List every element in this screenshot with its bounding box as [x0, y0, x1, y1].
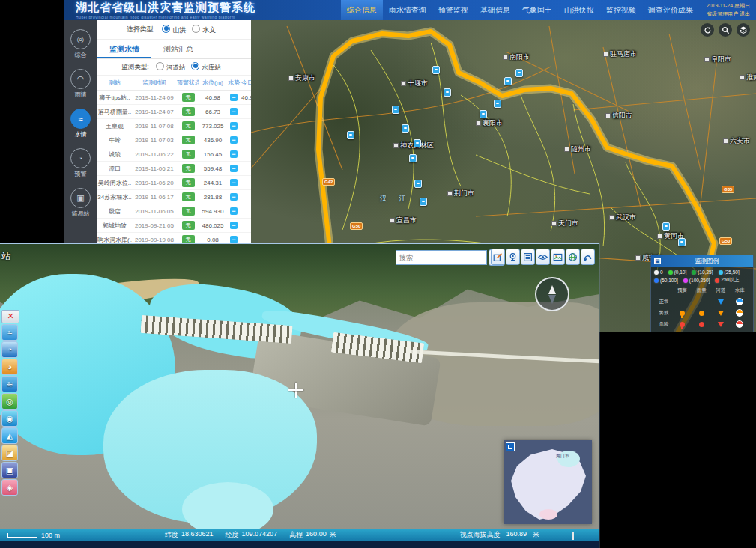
- legend-title: 监测图例: [664, 257, 750, 265]
- river-label: 汉 江: [380, 194, 411, 204]
- tab-1[interactable]: 监测水情: [97, 40, 151, 58]
- status-badge: 无: [182, 121, 195, 130]
- water-station-marker[interactable]: [414, 139, 421, 147]
- flood-render-button[interactable]: ≈: [1, 324, 18, 341]
- water-level: 46.98: [199, 91, 226, 105]
- scene-3d[interactable]: 站 ✕≈◔◕≋◎◉◭◪▣◈ 海口市: [0, 244, 599, 529]
- annotate-button[interactable]: [491, 249, 505, 265]
- inset-collapse-icon[interactable]: [506, 442, 515, 451]
- back-button[interactable]: [581, 249, 595, 265]
- col-header-4: 水位(m): [199, 76, 226, 91]
- type-radio[interactable]: [162, 25, 170, 33]
- map-scale: 100 m: [7, 532, 120, 539]
- rail-item-warning[interactable]: ◔预警: [70, 148, 91, 178]
- type-radio[interactable]: [192, 25, 200, 33]
- rail-item-overview[interactable]: ◎综合: [70, 29, 91, 59]
- type-option-1[interactable]: 山洪: [162, 26, 186, 34]
- water-station-marker[interactable]: [402, 124, 409, 133]
- water-station-marker[interactable]: [494, 100, 501, 108]
- list-button[interactable]: [521, 249, 535, 265]
- globe-button[interactable]: [566, 249, 580, 265]
- eye-button[interactable]: [536, 249, 550, 265]
- refresh-button[interactable]: [701, 23, 714, 37]
- today-level: [241, 162, 251, 176]
- filter-option-1[interactable]: 河道站: [156, 64, 186, 71]
- table-row[interactable]: 玉皇观2019-11-07 08无773.025−: [97, 119, 251, 133]
- splash-button[interactable]: ◉: [1, 410, 18, 427]
- water-station-marker[interactable]: [444, 88, 451, 97]
- water-station-marker[interactable]: [414, 180, 422, 188]
- tri-symbol: [718, 299, 724, 305]
- app-subtitle: Hubei provincial mountain flood disaster…: [76, 15, 263, 19]
- legend-header[interactable]: ▣ 监测图例: [651, 255, 753, 267]
- typhoon-button[interactable]: ◕: [1, 359, 18, 375]
- close-button[interactable]: ✕: [1, 310, 19, 323]
- table-row[interactable]: 郭城均陂2019-09-21 05无486.025−: [97, 219, 251, 233]
- water-level: 773.025: [199, 119, 226, 133]
- layers-button[interactable]: [737, 23, 750, 37]
- trend-steady-icon: −: [230, 236, 238, 243]
- lat-label: 纬度: [165, 530, 178, 540]
- water-station-marker[interactable]: [420, 198, 427, 206]
- search-button[interactable]: [719, 23, 732, 37]
- overview-icon: ◎: [70, 29, 91, 49]
- filter-row: 监测类型: 河道站水库站: [97, 59, 251, 76]
- target-area-button[interactable]: ◎: [1, 393, 18, 410]
- legend-collapse-icon[interactable]: ▣: [654, 258, 661, 264]
- water-cycle-button[interactable]: ◔: [1, 341, 18, 358]
- tab-2[interactable]: 测站汇总: [151, 40, 205, 58]
- water-station-marker[interactable]: [432, 66, 440, 74]
- city-label: 宜昌市: [390, 216, 417, 225]
- alert-ribbon-button[interactable]: ◈: [1, 479, 18, 496]
- rail-item-rainfall[interactable]: ◠雨情: [70, 69, 91, 99]
- filter-radio[interactable]: [156, 62, 164, 70]
- water-station-marker[interactable]: [347, 131, 354, 139]
- rail-item-water[interactable]: ≈水情: [70, 109, 91, 138]
- nav-item-4[interactable]: 基础信息: [474, 0, 516, 20]
- table-row[interactable]: 吴岭闸水位..2019-11-06 20无244.31−: [97, 176, 251, 190]
- water-trend: −: [226, 204, 241, 219]
- table-row[interactable]: 牛岭2019-11-07 03无436.90−: [97, 133, 251, 147]
- table-row[interactable]: 落马桥雨量..2019-11-24 07无66.73−: [97, 105, 251, 119]
- eye-altitude-readout: 视点海拔高度 160.89 米: [459, 530, 539, 540]
- type-option-2[interactable]: 水文: [192, 26, 216, 34]
- water-station-marker[interactable]: [662, 222, 670, 231]
- water-station-marker[interactable]: [409, 154, 417, 162]
- nav-item-7[interactable]: 监控视频: [600, 0, 642, 20]
- filter-option-2[interactable]: 水库站: [191, 64, 221, 71]
- search-input[interactable]: [396, 250, 487, 265]
- water-station-marker[interactable]: [480, 110, 487, 118]
- col-header-6: 今日水位: [241, 76, 251, 91]
- table-row[interactable]: 城陵2019-11-06 22无156.45−: [97, 147, 251, 162]
- nav-item-5[interactable]: 气象国土: [516, 0, 558, 20]
- compass[interactable]: [535, 277, 569, 311]
- gate-frame-button[interactable]: ▣: [1, 462, 18, 478]
- table-row[interactable]: 潭口2019-11-06 21无559.48−: [97, 162, 251, 176]
- water-station-marker[interactable]: [392, 106, 399, 114]
- snapshot-button[interactable]: [551, 249, 565, 265]
- overview-inset-map[interactable]: 海口市: [504, 440, 592, 524]
- nav-item-3[interactable]: 预警监视: [432, 0, 474, 20]
- inset-district: [539, 509, 557, 520]
- nav-item-1[interactable]: 综合信息: [341, 0, 383, 20]
- table-row[interactable]: 34苏家堰水..2019-11-06 17无281.88−: [97, 190, 251, 204]
- waves-button[interactable]: ≋: [1, 376, 18, 392]
- nav-item-6[interactable]: 山洪快报: [558, 0, 600, 20]
- status-badge: 无: [182, 107, 195, 116]
- nav-item-2[interactable]: 雨水情查询: [383, 0, 432, 20]
- water-station-marker[interactable]: [678, 238, 686, 246]
- table-row[interactable]: 殷店2019-11-06 05无594.930−: [97, 204, 251, 219]
- rail-item-simple-station[interactable]: ▣简易站: [70, 188, 91, 218]
- rail-label: 综合: [70, 51, 91, 59]
- water-station-marker[interactable]: [504, 77, 512, 85]
- tri-symbol: [718, 311, 724, 316]
- filter-radio[interactable]: [191, 62, 199, 70]
- water-station-marker[interactable]: [515, 69, 523, 77]
- sand-dune-button[interactable]: ◪: [1, 445, 18, 461]
- nav-item-8[interactable]: 调查评价成果: [642, 0, 699, 20]
- table-row[interactable]: 狮子tips站..2019-11-24 09无46.98−46.99: [97, 91, 251, 105]
- user-text[interactable]: 省级管理用户 退出: [707, 10, 750, 19]
- pin-symbol: [680, 311, 685, 316]
- camera-button[interactable]: [506, 249, 520, 265]
- basin-button[interactable]: ◭: [1, 427, 18, 444]
